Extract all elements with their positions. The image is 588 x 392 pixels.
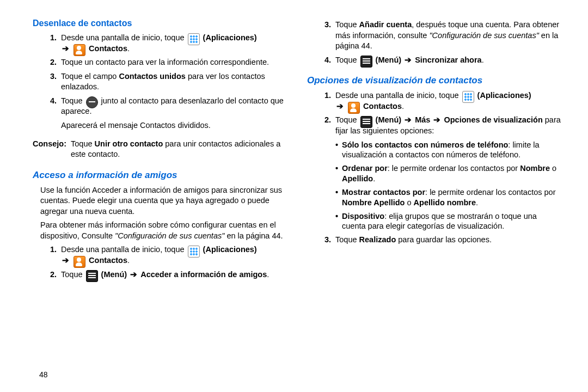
list-item: Ordenar por: le permite ordenar los cont…	[335, 163, 562, 184]
step-bold: Añadir cuenta	[359, 20, 412, 29]
steps-final: 3. Toque Realizado para guardar las opci…	[307, 235, 562, 246]
apps-label: (Aplicaciones)	[477, 91, 531, 100]
page-content: Desenlace de contactos 1. Desde una pant…	[0, 0, 588, 289]
tip-bold: Unir otro contacto	[95, 139, 163, 148]
contacts-icon	[74, 256, 85, 268]
step-text: Toque	[61, 96, 85, 105]
step-number: 2.	[48, 270, 57, 280]
apps-icon	[188, 246, 200, 258]
list-item: Sólo los contactos con números de teléfo…	[335, 140, 562, 161]
right-column: 3. Toque Añadir cuenta, después toque un…	[307, 16, 562, 283]
tip-row: Consejo: Toque Unir otro contacto para u…	[33, 139, 287, 160]
menu-option: Acceder a información de amigos	[140, 270, 267, 279]
list-item: 2. Toque (Menú) ➔ Acceder a información …	[48, 270, 287, 280]
option-name: Mostrar contactos por	[342, 188, 425, 197]
steps-desenlace: 1. Desde una pantalla de inicio, toque (…	[33, 33, 287, 117]
heading-opciones: Opciones de visualización de contactos	[307, 75, 562, 86]
menu-label: (Menú)	[376, 115, 402, 124]
arrow-icon: ➔	[335, 102, 345, 111]
step-number: 2.	[322, 115, 331, 136]
arrow-icon: ➔	[432, 115, 442, 124]
tip-label: Consejo:	[33, 139, 66, 160]
steps-continued: 3. Toque Añadir cuenta, después toque un…	[307, 20, 562, 65]
step-number: 1.	[48, 244, 57, 266]
menu-icon	[360, 56, 372, 68]
option-name: Ordenar por	[342, 164, 388, 173]
page-number: 48	[39, 370, 48, 379]
reference-italic: "Configuración de sus cuentas"	[115, 231, 224, 240]
list-item: 2. Toque un contacto para ver la informa…	[48, 57, 287, 68]
list-item: 2. Toque (Menú) ➔ Más ➔ Opciones de visu…	[322, 115, 562, 136]
left-column: Desenlace de contactos 1. Desde una pant…	[33, 16, 287, 283]
apps-icon	[462, 91, 474, 103]
result-note: Aparecerá el mensaje Contactos divididos…	[61, 120, 287, 131]
list-item: 3. Toque Realizado para guardar las opci…	[322, 235, 562, 246]
list-item: Mostrar contactos por: le permite ordena…	[335, 187, 562, 208]
minus-icon	[86, 96, 98, 108]
option-desc: : le permite ordenar los contactos por	[425, 188, 555, 197]
step-text: Desde una pantalla de inicio, toque	[61, 33, 187, 42]
step-text: Toque un contacto para ver la informació…	[61, 57, 287, 68]
option-value: Nombre Apellido	[342, 198, 405, 207]
arrow-icon: ➔	[61, 44, 70, 53]
list-item: 3. Toque el campo Contactos unidos para …	[48, 71, 287, 93]
heading-desenlace: Desenlace de contactos	[33, 19, 287, 28]
list-item: 1. Desde una pantalla de inicio, toque (…	[48, 244, 287, 266]
arrow-icon: ➔	[403, 56, 413, 64]
heading-acceso: Acceso a información de amigos	[33, 170, 287, 181]
list-item: 4. Toque junto al contacto para desenlaz…	[48, 96, 287, 117]
step-text: Toque	[61, 270, 85, 279]
contacts-label: Contactos	[363, 102, 402, 111]
step-text: Toque	[335, 56, 359, 64]
step-text: Desde una pantalla de inicio, toque	[61, 245, 187, 254]
step-text: Toque el campo	[61, 72, 119, 81]
reference-italic: "Configuración de sus cuentas"	[429, 31, 538, 40]
apps-label: (Aplicaciones)	[203, 245, 257, 254]
step-text: Toque	[335, 20, 359, 29]
options-bullets: Sólo los contactos con números de teléfo…	[307, 140, 562, 232]
step-number: 2.	[48, 57, 57, 68]
body-paragraph: Use la función Acceder a información de …	[40, 185, 287, 217]
step-number: 4.	[48, 96, 57, 117]
step-number: 3.	[322, 235, 331, 246]
apps-label: (Aplicaciones)	[203, 33, 257, 42]
step-number: 1.	[48, 33, 57, 54]
step-bold: Realizado	[359, 235, 396, 244]
contacts-label: Contactos	[89, 256, 127, 265]
arrow-icon: ➔	[61, 256, 70, 265]
menu-icon	[86, 270, 98, 282]
apps-icon	[188, 33, 200, 45]
menu-label: (Menú)	[101, 270, 127, 279]
step-bold: Contactos unidos	[119, 72, 185, 81]
option-name: Dispositivo	[342, 212, 384, 220]
steps-acceso: 1. Desde una pantalla de inicio, toque (…	[33, 244, 287, 280]
step-number: 3.	[48, 71, 57, 93]
menu-option: Sincronizar ahora	[415, 56, 481, 64]
step-text: para guardar las opciones.	[396, 235, 492, 244]
menu-label: (Menú)	[376, 56, 402, 64]
contacts-label: Contactos	[89, 44, 127, 53]
tip-text: Toque	[71, 139, 95, 148]
step-text: Desde una pantalla de inicio, toque	[335, 91, 461, 100]
list-item: 3. Toque Añadir cuenta, después toque un…	[322, 20, 562, 52]
list-item: 4. Toque (Menú) ➔ Sincronizar ahora.	[322, 55, 562, 66]
menu-option: Más	[415, 115, 430, 124]
body-paragraph: Para obtener más información sobre cómo …	[40, 220, 287, 241]
step-text: Toque	[335, 235, 359, 244]
arrow-icon: ➔	[129, 270, 138, 279]
option-desc: : le permite ordenar los contactos por	[388, 164, 520, 173]
step-text: Toque	[335, 115, 359, 124]
contacts-icon	[348, 102, 360, 114]
menu-option: Opciones de visualización	[444, 115, 542, 124]
option-name: Sólo los contactos con números de teléfo…	[342, 140, 508, 149]
list-item: Dispositivo: elija grupos que se mostrar…	[335, 211, 562, 232]
step-number: 4.	[322, 55, 331, 66]
option-value: Apellido	[342, 174, 373, 183]
option-value: Apellido nombre	[414, 198, 476, 207]
step-number: 3.	[322, 20, 331, 52]
list-item: 1. Desde una pantalla de inicio, toque (…	[322, 90, 562, 112]
step-number: 1.	[322, 90, 331, 112]
contacts-icon	[74, 44, 85, 56]
option-value: Nombre	[520, 164, 550, 173]
menu-icon	[360, 116, 372, 128]
